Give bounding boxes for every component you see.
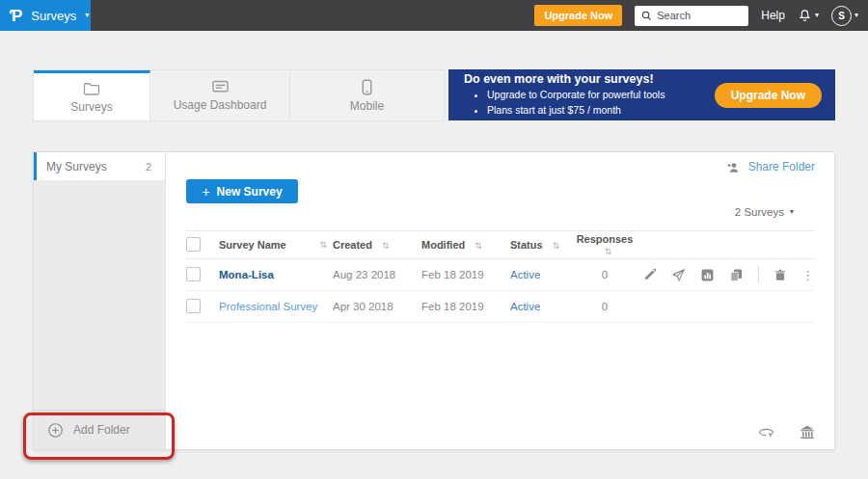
survey-list-main: Share Folder + New Survey 2 Surveys ▾ Su…: [166, 152, 834, 449]
add-folder-label: Add Folder: [73, 423, 130, 437]
section-tabs: Surveys Usage Dashboard Mobile: [33, 69, 445, 121]
delete-trash-icon[interactable]: [773, 268, 787, 282]
plus-circle-icon: [47, 422, 64, 439]
surveys-count-dropdown[interactable]: 2 Surveys ▾: [735, 206, 794, 218]
folder-icon: [83, 81, 100, 96]
new-survey-button[interactable]: + New Survey: [186, 179, 298, 203]
col-header-survey-name[interactable]: Survey Name: [219, 239, 286, 251]
chevron-down-icon: ▾: [815, 12, 819, 19]
status-badge[interactable]: Active: [510, 269, 540, 280]
modified-date: Feb 18 2019: [421, 301, 510, 312]
table-row: Mona-Lisa Aug 23 2018 Feb 18 2019 Active…: [186, 259, 814, 291]
created-date: Aug 23 2018: [333, 269, 421, 280]
chevron-down-icon: ▾: [790, 208, 794, 216]
mobile-icon: [361, 79, 373, 95]
banner-upgrade-button[interactable]: Upgrade Now: [715, 83, 822, 108]
select-all-checkbox[interactable]: [186, 237, 201, 252]
col-header-modified[interactable]: Modified: [421, 239, 465, 251]
chevron-down-icon: ▾: [854, 12, 858, 19]
report-chart-icon[interactable]: [700, 268, 715, 282]
tab-label: Mobile: [350, 99, 384, 113]
survey-name-link[interactable]: Mona-Lisa: [219, 269, 274, 280]
responses-count: 0: [574, 301, 636, 312]
surveys-table: Survey Name ⇅ Created ⇅ Modified ⇅ Statu…: [186, 230, 814, 323]
promo-title: Do even more with your surveys!: [464, 72, 715, 86]
tab-label: Usage Dashboard: [174, 98, 267, 112]
nav-surveys-label: Surveys: [31, 9, 76, 23]
upgrade-now-button[interactable]: Upgrade Now: [534, 5, 622, 26]
top-bar: Ƥ Surveys ▾ Upgrade Now Help ▾ S ▾: [0, 0, 868, 31]
sort-icon[interactable]: ⇅: [382, 241, 390, 251]
more-options-icon[interactable]: ⋮: [801, 269, 814, 281]
dashboard-icon: [211, 79, 230, 94]
survey-name-link[interactable]: Professional Survey: [219, 301, 317, 312]
share-person-icon: [726, 161, 742, 173]
responses-count: 0: [574, 269, 636, 280]
folder-name: My Surveys: [46, 160, 107, 173]
add-folder-button[interactable]: Add Folder: [34, 410, 165, 449]
surveys-count-label: 2 Surveys: [735, 206, 784, 218]
bank-icon[interactable]: [800, 425, 815, 439]
col-header-status[interactable]: Status: [510, 239, 543, 251]
col-header-responses[interactable]: Responses: [577, 233, 634, 245]
panel-footer-icons: [758, 425, 815, 439]
table-header-row: Survey Name ⇅ Created ⇅ Modified ⇅ Statu…: [186, 230, 814, 259]
table-row: Professional Survey Apr 30 2018 Feb 18 2…: [186, 291, 814, 323]
sort-icon[interactable]: ⇅: [475, 241, 482, 251]
restore-lasso-icon[interactable]: [758, 425, 774, 439]
edit-pencil-icon[interactable]: [643, 268, 657, 281]
promo-bullet: Plans start at just $75 / month: [487, 102, 715, 118]
bell-icon: [798, 9, 812, 23]
notifications-button[interactable]: ▾: [798, 9, 819, 23]
promo-banner: Do even more with your surveys! Upgrade …: [448, 69, 835, 120]
plus-icon: +: [202, 184, 209, 200]
tab-mobile[interactable]: Mobile: [290, 70, 444, 120]
col-header-created[interactable]: Created: [333, 239, 372, 251]
promo-bullet: Upgrade to Corporate for powerful tools: [487, 87, 715, 102]
modified-date: Feb 18 2019: [421, 269, 510, 280]
search-box[interactable]: [635, 6, 748, 26]
new-survey-label: New Survey: [217, 185, 283, 199]
folder-count-badge: 2: [146, 161, 151, 173]
tab-usage-dashboard[interactable]: Usage Dashboard: [150, 70, 290, 120]
app-logo-menu[interactable]: Ƥ Surveys ▾: [0, 0, 91, 31]
sort-icon[interactable]: ⇅: [319, 240, 327, 250]
copy-icon[interactable]: [729, 268, 744, 282]
created-date: Apr 30 2018: [333, 301, 421, 312]
promo-bullets: Upgrade to Corporate for powerful tools …: [464, 87, 715, 119]
tab-label: Surveys: [70, 100, 112, 114]
divider: [758, 266, 759, 283]
search-input[interactable]: [657, 10, 742, 21]
account-menu[interactable]: S ▾: [831, 6, 858, 26]
chevron-down-icon: ▾: [85, 12, 89, 19]
status-badge[interactable]: Active: [510, 301, 540, 312]
search-icon: [641, 11, 652, 21]
row-checkbox[interactable]: [186, 299, 201, 313]
avatar: S: [831, 6, 852, 26]
share-folder-link[interactable]: Share Folder: [726, 160, 815, 173]
send-plane-icon[interactable]: [671, 268, 686, 282]
sort-icon[interactable]: ⇅: [605, 247, 612, 256]
surveys-panel: My Surveys 2 Add Folder Share Folder + N…: [33, 151, 835, 450]
tab-surveys[interactable]: Surveys: [34, 70, 150, 120]
share-folder-label: Share Folder: [748, 160, 815, 173]
sort-icon[interactable]: ⇅: [553, 241, 560, 251]
sidebar-item-my-surveys[interactable]: My Surveys 2: [34, 152, 165, 180]
folders-sidebar: My Surveys 2 Add Folder: [34, 152, 166, 449]
help-link[interactable]: Help: [761, 9, 785, 22]
brand-logo-icon: Ƥ: [10, 8, 22, 24]
row-checkbox[interactable]: [186, 267, 201, 281]
